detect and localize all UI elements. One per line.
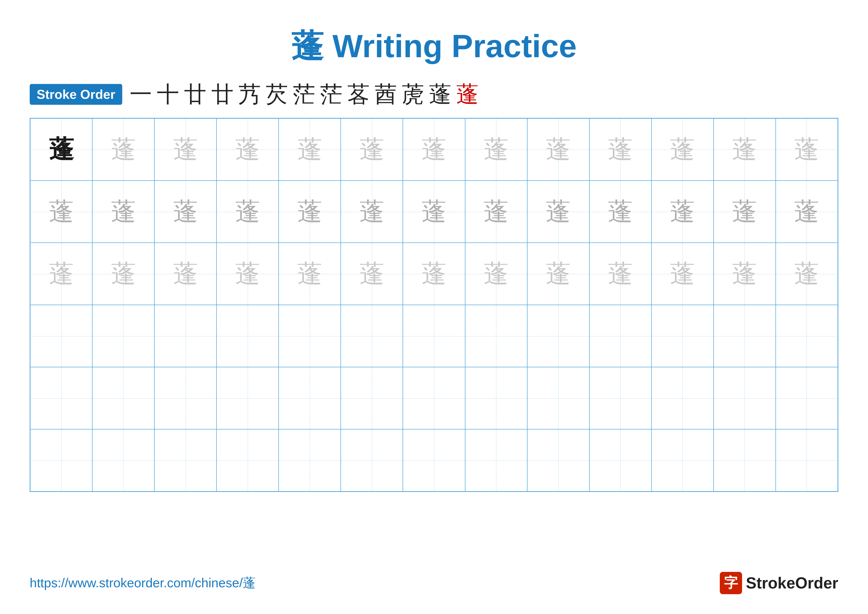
- grid-cell-6-8[interactable]: [465, 429, 527, 491]
- grid-cell-2-8[interactable]: 蓬: [465, 180, 527, 243]
- grid-cell-1-5[interactable]: 蓬: [279, 118, 341, 180]
- grid-cell-6-11[interactable]: [651, 429, 714, 491]
- cell-char: 蓬: [608, 137, 633, 162]
- grid-cell-5-1[interactable]: [30, 367, 92, 429]
- grid-cell-3-10[interactable]: 蓬: [589, 243, 651, 305]
- strokeorder-logo-text: StrokeOrder: [746, 574, 838, 592]
- grid-cell-1-13[interactable]: 蓬: [776, 118, 838, 180]
- footer-url[interactable]: https://www.strokeorder.com/chinese/蓬: [30, 574, 256, 592]
- cell-char: 蓬: [49, 199, 74, 224]
- grid-cell-4-6[interactable]: [341, 305, 403, 367]
- grid-cell-3-8[interactable]: 蓬: [465, 243, 527, 305]
- cell-char: 蓬: [360, 137, 384, 162]
- cell-char: 蓬: [484, 261, 508, 286]
- grid-cell-5-11[interactable]: [651, 367, 714, 429]
- grid-cell-4-8[interactable]: [465, 305, 527, 367]
- stroke-11: 萀: [402, 83, 424, 106]
- grid-cell-2-10[interactable]: 蓬: [589, 180, 651, 243]
- grid-cell-4-13[interactable]: [776, 305, 838, 367]
- grid-cell-5-9[interactable]: [527, 367, 589, 429]
- grid-cell-3-12[interactable]: 蓬: [714, 243, 776, 305]
- grid-cell-2-4[interactable]: 蓬: [217, 180, 279, 243]
- cell-char: 蓬: [111, 137, 136, 162]
- grid-cell-3-7[interactable]: 蓬: [403, 243, 465, 305]
- grid-cell-2-12[interactable]: 蓬: [714, 180, 776, 243]
- grid-cell-2-13[interactable]: 蓬: [776, 180, 838, 243]
- grid-cell-3-3[interactable]: 蓬: [154, 243, 217, 305]
- cell-char: 蓬: [484, 137, 508, 162]
- grid-cell-1-7[interactable]: 蓬: [403, 118, 465, 180]
- grid-cell-4-2[interactable]: [92, 305, 154, 367]
- grid-cell-6-1[interactable]: [30, 429, 92, 491]
- stroke-5: 艿: [239, 83, 261, 106]
- grid-cell-5-6[interactable]: [341, 367, 403, 429]
- grid-cell-5-5[interactable]: [279, 367, 341, 429]
- grid-cell-1-4[interactable]: 蓬: [217, 118, 279, 180]
- grid-cell-5-3[interactable]: [154, 367, 217, 429]
- grid-cell-5-8[interactable]: [465, 367, 527, 429]
- stroke-order-badge: Stroke Order: [30, 84, 122, 105]
- grid-cell-4-5[interactable]: [279, 305, 341, 367]
- grid-cell-3-4[interactable]: 蓬: [217, 243, 279, 305]
- grid-cell-5-2[interactable]: [92, 367, 154, 429]
- grid-row-2: 蓬 蓬 蓬 蓬 蓬 蓬 蓬 蓬 蓬 蓬 蓬 蓬 蓬: [30, 180, 838, 243]
- grid-cell-1-1[interactable]: 蓬: [30, 118, 92, 180]
- grid-cell-2-2[interactable]: 蓬: [92, 180, 154, 243]
- grid-cell-5-7[interactable]: [403, 367, 465, 429]
- grid-cell-6-5[interactable]: [279, 429, 341, 491]
- grid-cell-6-4[interactable]: [217, 429, 279, 491]
- grid-cell-6-10[interactable]: [589, 429, 651, 491]
- grid-cell-1-11[interactable]: 蓬: [651, 118, 714, 180]
- grid-cell-2-1[interactable]: 蓬: [30, 180, 92, 243]
- cell-char: 蓬: [235, 137, 260, 162]
- grid-cell-2-3[interactable]: 蓬: [154, 180, 217, 243]
- grid-cell-3-5[interactable]: 蓬: [279, 243, 341, 305]
- grid-cell-3-11[interactable]: 蓬: [651, 243, 714, 305]
- grid-cell-5-10[interactable]: [589, 367, 651, 429]
- cell-char: 蓬: [670, 261, 695, 286]
- grid-cell-6-6[interactable]: [341, 429, 403, 491]
- grid-cell-4-9[interactable]: [527, 305, 589, 367]
- grid-cell-1-2[interactable]: 蓬: [92, 118, 154, 180]
- grid-cell-5-12[interactable]: [714, 367, 776, 429]
- grid-cell-6-13[interactable]: [776, 429, 838, 491]
- grid-cell-6-3[interactable]: [154, 429, 217, 491]
- grid-cell-4-12[interactable]: [714, 305, 776, 367]
- grid-cell-4-1[interactable]: [30, 305, 92, 367]
- grid-cell-2-11[interactable]: 蓬: [651, 180, 714, 243]
- grid-cell-4-10[interactable]: [589, 305, 651, 367]
- grid-cell-2-7[interactable]: 蓬: [403, 180, 465, 243]
- grid-cell-6-9[interactable]: [527, 429, 589, 491]
- grid-cell-2-5[interactable]: 蓬: [279, 180, 341, 243]
- strokeorder-logo-icon: 字: [720, 572, 742, 594]
- grid-cell-3-6[interactable]: 蓬: [341, 243, 403, 305]
- grid-cell-1-12[interactable]: 蓬: [714, 118, 776, 180]
- grid-cell-3-9[interactable]: 蓬: [527, 243, 589, 305]
- grid-cell-1-10[interactable]: 蓬: [589, 118, 651, 180]
- grid-row-5: [30, 367, 838, 429]
- grid-cell-1-3[interactable]: 蓬: [154, 118, 217, 180]
- cell-char: 蓬: [111, 261, 136, 286]
- grid-cell-1-6[interactable]: 蓬: [341, 118, 403, 180]
- grid-cell-4-3[interactable]: [154, 305, 217, 367]
- grid-cell-3-2[interactable]: 蓬: [92, 243, 154, 305]
- grid-cell-3-13[interactable]: 蓬: [776, 243, 838, 305]
- cell-char: 蓬: [422, 137, 446, 162]
- grid-cell-2-6[interactable]: 蓬: [341, 180, 403, 243]
- grid-cell-4-11[interactable]: [651, 305, 714, 367]
- title-character: 蓬: [291, 28, 323, 64]
- grid-cell-3-1[interactable]: 蓬: [30, 243, 92, 305]
- grid-cell-2-9[interactable]: 蓬: [527, 180, 589, 243]
- grid-cell-6-12[interactable]: [714, 429, 776, 491]
- grid-cell-5-4[interactable]: [217, 367, 279, 429]
- grid-cell-1-8[interactable]: 蓬: [465, 118, 527, 180]
- cell-char: 蓬: [49, 261, 74, 286]
- grid-cell-5-13[interactable]: [776, 367, 838, 429]
- grid-cell-6-7[interactable]: [403, 429, 465, 491]
- cell-char: 蓬: [111, 199, 136, 224]
- grid-cell-6-2[interactable]: [92, 429, 154, 491]
- grid-cell-4-4[interactable]: [217, 305, 279, 367]
- grid-cell-4-7[interactable]: [403, 305, 465, 367]
- grid-cell-1-9[interactable]: 蓬: [527, 118, 589, 180]
- grid-row-6: [30, 429, 838, 491]
